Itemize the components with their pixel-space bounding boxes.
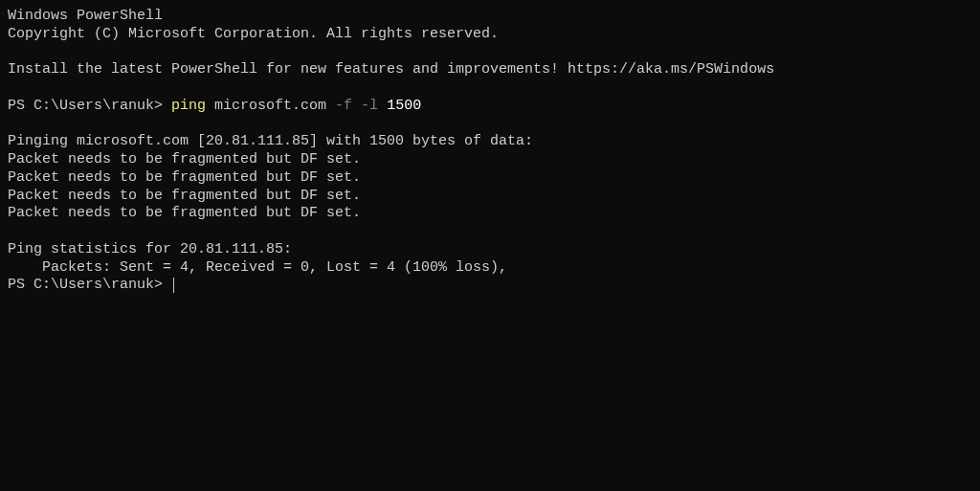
ping-response: Packet needs to be fragmented but DF set… xyxy=(8,188,972,206)
ping-response: Packet needs to be fragmented but DF set… xyxy=(8,151,972,169)
powershell-title: Windows PowerShell xyxy=(8,8,972,26)
command-size: 1500 xyxy=(387,98,421,114)
ping-response: Packet needs to be fragmented but DF set… xyxy=(8,169,972,188)
command-prompt-line: PS C:\Users\ranuk> ping microsoft.com -f… xyxy=(8,98,972,116)
prompt-prefix: PS C:\Users\ranuk> xyxy=(8,98,171,114)
current-prompt[interactable]: PS C:\Users\ranuk> xyxy=(8,277,972,295)
ping-header: Pinging microsoft.com [20.81.111.85] wit… xyxy=(8,133,972,151)
stats-header: Ping statistics for 20.81.111.85: xyxy=(8,241,972,259)
blank-line xyxy=(8,223,972,241)
stats-packets: Packets: Sent = 4, Received = 0, Lost = … xyxy=(8,259,972,278)
terminal-output[interactable]: Windows PowerShell Copyright (C) Microso… xyxy=(8,8,972,295)
blank-line xyxy=(8,116,972,134)
blank-line xyxy=(8,44,972,62)
command-flags: -f -l xyxy=(335,98,378,114)
copyright-line: Copyright (C) Microsoft Corporation. All… xyxy=(8,26,972,44)
command-target: microsoft.com xyxy=(214,98,326,114)
cursor-icon xyxy=(173,278,174,293)
prompt-prefix: PS C:\Users\ranuk> xyxy=(8,277,171,293)
command-ping: ping xyxy=(171,98,206,114)
blank-line xyxy=(8,79,972,98)
install-message: Install the latest PowerShell for new fe… xyxy=(8,61,972,79)
ping-response: Packet needs to be fragmented but DF set… xyxy=(8,205,972,223)
